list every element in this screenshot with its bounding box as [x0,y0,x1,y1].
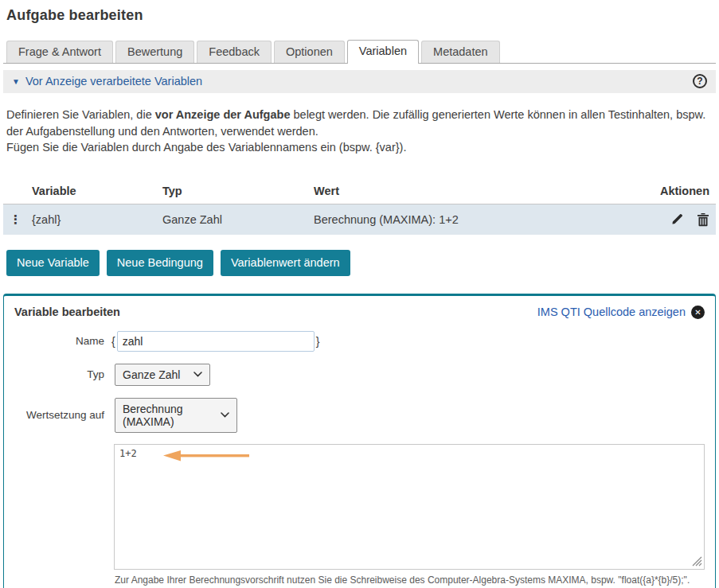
variable-name-input[interactable] [117,331,315,352]
section-header: ▼ Vor Anzeige verarbeitete Variablen ? [3,70,716,93]
page-title: Aufgabe bearbeiten [6,7,719,24]
table-row: ⋮ {zahl} Ganze Zahl Berechnung (MAXIMA):… [3,204,716,235]
cell-typ: Ganze Zahl [162,213,314,226]
chevron-down-icon [193,372,202,377]
wertsetzung-label: Wertsetzung auf [14,409,104,421]
help-icon[interactable]: ? [693,74,707,88]
expression-area-wrapper: 1+2 [114,444,705,570]
name-field-row: Name { } [14,331,705,352]
intro-line2: Fügen Sie die Variablen durch Angabe des… [6,141,406,154]
close-brace: } [315,335,322,348]
delete-trash-icon[interactable] [697,212,709,227]
section-title-label: Vor Anzeige verarbeitete Variablen [25,75,202,88]
col-header-variable: Variable [32,185,162,197]
intro-text: Definieren Sie Variablen, die vor Anzeig… [6,107,707,156]
collapse-triangle-icon: ▼ [12,77,20,86]
new-variable-button[interactable]: Neue Variable [6,250,100,276]
close-icon[interactable]: ✕ [691,306,705,319]
intro-bold: vor Anzeige der Aufgabe [155,108,291,121]
cell-variable: {zahl} [32,213,162,226]
tab-optionen[interactable]: Optionen [274,41,345,63]
section-toggle[interactable]: ▼ Vor Anzeige verarbeitete Variablen [12,75,202,88]
qti-source-link[interactable]: IMS QTI Quellcode anzeigen [537,306,686,318]
action-buttons: Neue Variable Neue Bedingung Variablenwe… [6,250,719,276]
typ-field-row: Typ Ganze Zahl [14,364,705,386]
tab-feedback[interactable]: Feedback [197,41,272,63]
name-label: Name [14,335,104,347]
chevron-down-icon [221,412,229,418]
variable-editor-panel: Variable bearbeiten IMS QTI Quellcode an… [3,294,716,588]
tab-bar: Frage & Antwort Bewertung Feedback Optio… [3,40,716,64]
tab-variablen[interactable]: Variablen [347,40,419,64]
intro-part1: Definieren Sie Variablen, die [6,108,155,121]
col-header-typ: Typ [162,185,314,197]
wertsetzung-select[interactable]: Berechnung (MAXIMA) [115,398,237,433]
col-header-aktionen: Aktionen [636,185,709,197]
wertsetzung-select-value: Berechnung (MAXIMA) [123,403,213,428]
tab-bewertung[interactable]: Bewertung [115,41,194,63]
table-header-row: Variable Typ Wert Aktionen [3,180,716,204]
variables-table: Variable Typ Wert Aktionen ⋮ {zahl} Ganz… [3,180,716,235]
open-brace: { [110,335,117,348]
wertsetzung-field-row: Wertsetzung auf Berechnung (MAXIMA) [14,398,705,433]
change-variable-value-button[interactable]: Variablenwert ändern [221,250,350,276]
typ-select[interactable]: Ganze Zahl [115,364,210,386]
panel-title: Variable bearbeiten [14,306,120,318]
tab-metadaten[interactable]: Metadaten [421,41,500,63]
edit-pencil-icon[interactable] [670,212,684,226]
cell-wert: Berechnung (MAXIMA): 1+2 [314,213,636,226]
typ-label: Typ [14,368,104,380]
col-header-wert: Wert [314,185,636,197]
typ-select-value: Ganze Zahl [123,368,180,381]
new-condition-button[interactable]: Neue Bedingung [107,250,213,276]
tab-frage-antwort[interactable]: Frage & Antwort [6,41,113,63]
maxima-expression-textarea[interactable]: 1+2 [114,444,705,570]
expression-help-text: Zur Angabe Ihrer Berechnungsvorschrift n… [115,574,705,586]
drag-handle-icon[interactable]: ⋮ [10,212,21,226]
